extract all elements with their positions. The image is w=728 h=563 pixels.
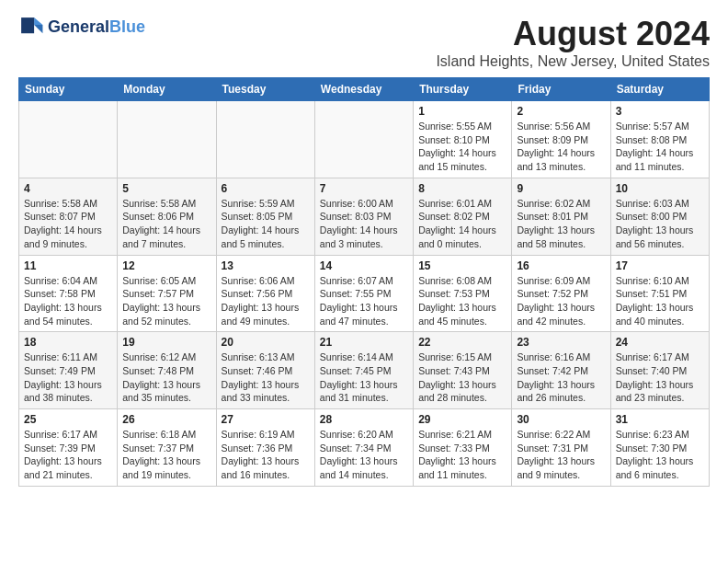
calendar-cell: 21Sunrise: 6:14 AMSunset: 7:45 PMDayligh… — [314, 332, 413, 409]
calendar-cell: 26Sunrise: 6:18 AMSunset: 7:37 PMDayligh… — [118, 409, 216, 487]
title-block: August 2024 Island Heights, New Jersey, … — [436, 15, 710, 70]
calendar-cell: 25Sunrise: 6:17 AMSunset: 7:39 PMDayligh… — [19, 409, 118, 487]
week-row-1: 1Sunrise: 5:55 AMSunset: 8:10 PMDaylight… — [19, 101, 710, 178]
day-info: Sunrise: 5:58 AMSunset: 8:06 PMDaylight:… — [122, 197, 210, 251]
day-number: 26 — [122, 413, 210, 426]
day-info: Sunrise: 6:05 AMSunset: 7:57 PMDaylight:… — [122, 274, 210, 328]
week-row-3: 11Sunrise: 6:04 AMSunset: 7:58 PMDayligh… — [19, 255, 710, 332]
page-header: GeneralBlue August 2024 Island Heights, … — [18, 15, 710, 70]
day-info: Sunrise: 6:11 AMSunset: 7:49 PMDaylight:… — [24, 350, 112, 405]
calendar-cell: 15Sunrise: 6:08 AMSunset: 7:53 PMDayligh… — [414, 255, 512, 332]
weekday-wednesday: Wednesday — [314, 78, 413, 101]
logo: GeneralBlue — [18, 15, 145, 40]
day-info: Sunrise: 6:13 AMSunset: 7:46 PMDaylight:… — [222, 350, 310, 405]
day-number: 25 — [24, 413, 112, 426]
weekday-header-row: SundayMondayTuesdayWednesdayThursdayFrid… — [19, 78, 710, 101]
day-info: Sunrise: 6:15 AMSunset: 7:43 PMDaylight:… — [418, 350, 506, 405]
day-info: Sunrise: 6:19 AMSunset: 7:36 PMDaylight:… — [222, 428, 310, 482]
logo-icon — [18, 15, 44, 40]
weekday-friday: Friday — [512, 78, 610, 101]
calendar-cell: 24Sunrise: 6:17 AMSunset: 7:40 PMDayligh… — [610, 332, 709, 409]
svg-marker-1 — [34, 25, 42, 33]
week-row-5: 25Sunrise: 6:17 AMSunset: 7:39 PMDayligh… — [19, 409, 710, 487]
calendar-cell: 6Sunrise: 5:59 AMSunset: 8:05 PMDaylight… — [216, 178, 314, 255]
calendar-cell: 30Sunrise: 6:22 AMSunset: 7:31 PMDayligh… — [512, 409, 610, 487]
day-info: Sunrise: 6:03 AMSunset: 8:00 PMDaylight:… — [616, 197, 704, 251]
day-number: 17 — [616, 259, 704, 272]
calendar-cell: 7Sunrise: 6:00 AMSunset: 8:03 PMDaylight… — [314, 178, 413, 255]
calendar-cell: 23Sunrise: 6:16 AMSunset: 7:42 PMDayligh… — [512, 332, 610, 409]
day-info: Sunrise: 6:21 AMSunset: 7:33 PMDaylight:… — [418, 428, 506, 482]
calendar-cell: 1Sunrise: 5:55 AMSunset: 8:10 PMDaylight… — [414, 101, 512, 178]
calendar-cell: 16Sunrise: 6:09 AMSunset: 7:52 PMDayligh… — [512, 255, 610, 332]
calendar-cell: 3Sunrise: 5:57 AMSunset: 8:08 PMDaylight… — [610, 101, 709, 178]
weekday-thursday: Thursday — [414, 78, 512, 101]
calendar-cell: 11Sunrise: 6:04 AMSunset: 7:58 PMDayligh… — [19, 255, 118, 332]
calendar-table: SundayMondayTuesdayWednesdayThursdayFrid… — [18, 77, 710, 487]
day-number: 7 — [320, 182, 408, 195]
day-number: 11 — [24, 259, 112, 272]
day-number: 18 — [24, 336, 112, 349]
calendar-cell: 12Sunrise: 6:05 AMSunset: 7:57 PMDayligh… — [118, 255, 216, 332]
day-number: 27 — [222, 413, 310, 426]
calendar-cell: 9Sunrise: 6:02 AMSunset: 8:01 PMDaylight… — [512, 178, 610, 255]
day-number: 4 — [24, 182, 112, 195]
svg-rect-2 — [21, 17, 34, 33]
day-number: 19 — [122, 336, 210, 349]
calendar-cell: 10Sunrise: 6:03 AMSunset: 8:00 PMDayligh… — [610, 178, 709, 255]
calendar-cell: 31Sunrise: 6:23 AMSunset: 7:30 PMDayligh… — [610, 409, 709, 487]
location-title: Island Heights, New Jersey, United State… — [436, 53, 710, 70]
day-number: 23 — [517, 336, 605, 349]
calendar-cell — [216, 101, 314, 178]
calendar-cell: 27Sunrise: 6:19 AMSunset: 7:36 PMDayligh… — [216, 409, 314, 487]
calendar-cell: 29Sunrise: 6:21 AMSunset: 7:33 PMDayligh… — [414, 409, 512, 487]
day-number: 22 — [418, 336, 506, 349]
calendar-cell: 18Sunrise: 6:11 AMSunset: 7:49 PMDayligh… — [19, 332, 118, 409]
calendar-cell: 14Sunrise: 6:07 AMSunset: 7:55 PMDayligh… — [314, 255, 413, 332]
day-info: Sunrise: 5:58 AMSunset: 8:07 PMDaylight:… — [24, 197, 112, 251]
day-info: Sunrise: 6:00 AMSunset: 8:03 PMDaylight:… — [320, 197, 408, 251]
calendar-cell — [118, 101, 216, 178]
weekday-saturday: Saturday — [610, 78, 709, 101]
calendar-cell: 19Sunrise: 6:12 AMSunset: 7:48 PMDayligh… — [118, 332, 216, 409]
day-number: 9 — [517, 182, 605, 195]
calendar-cell: 28Sunrise: 6:20 AMSunset: 7:34 PMDayligh… — [314, 409, 413, 487]
day-number: 12 — [122, 259, 210, 272]
calendar-cell: 17Sunrise: 6:10 AMSunset: 7:51 PMDayligh… — [610, 255, 709, 332]
day-number: 8 — [418, 182, 506, 195]
day-info: Sunrise: 6:10 AMSunset: 7:51 PMDaylight:… — [616, 274, 704, 328]
day-info: Sunrise: 6:23 AMSunset: 7:30 PMDaylight:… — [616, 428, 704, 482]
weekday-tuesday: Tuesday — [216, 78, 314, 101]
day-info: Sunrise: 6:06 AMSunset: 7:56 PMDaylight:… — [222, 274, 310, 328]
day-number: 29 — [418, 413, 506, 426]
calendar-cell: 2Sunrise: 5:56 AMSunset: 8:09 PMDaylight… — [512, 101, 610, 178]
day-number: 3 — [616, 105, 704, 118]
weekday-monday: Monday — [118, 78, 216, 101]
day-number: 13 — [222, 259, 310, 272]
day-info: Sunrise: 6:07 AMSunset: 7:55 PMDaylight:… — [320, 274, 408, 328]
day-number: 15 — [418, 259, 506, 272]
day-info: Sunrise: 6:22 AMSunset: 7:31 PMDaylight:… — [517, 428, 605, 482]
day-number: 24 — [616, 336, 704, 349]
day-number: 1 — [418, 105, 506, 118]
day-info: Sunrise: 5:55 AMSunset: 8:10 PMDaylight:… — [418, 120, 506, 174]
day-info: Sunrise: 6:01 AMSunset: 8:02 PMDaylight:… — [418, 197, 506, 251]
day-info: Sunrise: 6:08 AMSunset: 7:53 PMDaylight:… — [418, 274, 506, 328]
day-info: Sunrise: 6:17 AMSunset: 7:39 PMDaylight:… — [24, 428, 112, 482]
calendar-cell: 4Sunrise: 5:58 AMSunset: 8:07 PMDaylight… — [19, 178, 118, 255]
day-number: 5 — [122, 182, 210, 195]
weekday-sunday: Sunday — [19, 78, 118, 101]
day-number: 20 — [222, 336, 310, 349]
calendar-cell: 5Sunrise: 5:58 AMSunset: 8:06 PMDaylight… — [118, 178, 216, 255]
day-info: Sunrise: 5:57 AMSunset: 8:08 PMDaylight:… — [616, 120, 704, 174]
day-info: Sunrise: 6:17 AMSunset: 7:40 PMDaylight:… — [616, 350, 704, 405]
day-info: Sunrise: 6:02 AMSunset: 8:01 PMDaylight:… — [517, 197, 605, 251]
day-info: Sunrise: 6:14 AMSunset: 7:45 PMDaylight:… — [320, 350, 408, 405]
week-row-4: 18Sunrise: 6:11 AMSunset: 7:49 PMDayligh… — [19, 332, 710, 409]
day-number: 14 — [320, 259, 408, 272]
day-number: 28 — [320, 413, 408, 426]
day-info: Sunrise: 5:56 AMSunset: 8:09 PMDaylight:… — [517, 120, 605, 174]
calendar-cell: 8Sunrise: 6:01 AMSunset: 8:02 PMDaylight… — [414, 178, 512, 255]
calendar-cell: 22Sunrise: 6:15 AMSunset: 7:43 PMDayligh… — [414, 332, 512, 409]
day-info: Sunrise: 6:09 AMSunset: 7:52 PMDaylight:… — [517, 274, 605, 328]
